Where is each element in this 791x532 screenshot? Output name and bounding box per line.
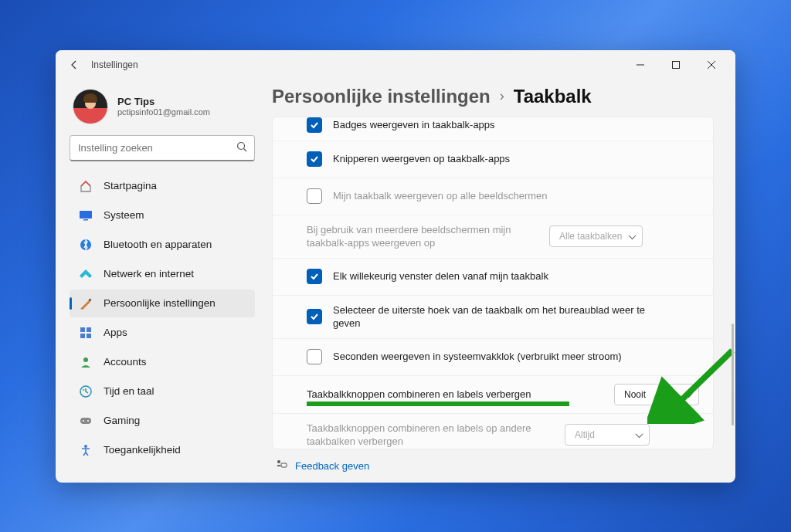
- setting-label: Bij gebruik van meerdere beeldschermen m…: [307, 223, 538, 250]
- settings-window: Instellingen PC Tips pctipsinfo01@gmail.…: [56, 50, 735, 483]
- checkbox-seconds[interactable]: [307, 349, 322, 364]
- sidebar-item-bluetooth[interactable]: Bluetooth en apparaten: [70, 231, 255, 259]
- setting-seconds-clock: Seconden weergeven in systeemvakklok (ve…: [273, 339, 713, 376]
- setting-combine-buttons: Taakbalkknoppen combineren en labels ver…: [273, 376, 713, 414]
- profile-email: pctipsinfo01@gmail.com: [117, 107, 210, 117]
- sidebar-item-time[interactable]: Tijd en taal: [70, 378, 255, 405]
- setting-label: Elk willekeurig venster delen vanaf mijn…: [333, 269, 699, 283]
- accessibility-icon: [79, 443, 93, 457]
- setting-label: Selecteer de uiterste hoek van de taakba…: [333, 303, 665, 330]
- checkbox-share-window[interactable]: [307, 269, 322, 284]
- checkbox-desktop-corner[interactable]: [307, 309, 322, 324]
- feedback-link[interactable]: Feedback geven: [264, 449, 714, 473]
- maximize-icon: [672, 61, 680, 69]
- titlebar: Instellingen: [56, 50, 735, 80]
- svg-rect-11: [87, 334, 91, 338]
- search-input[interactable]: [70, 135, 255, 161]
- dropdown-combine[interactable]: Nooit: [614, 384, 699, 405]
- svg-point-18: [84, 445, 87, 448]
- setting-share-window: Elk willekeurig venster delen vanaf mijn…: [273, 259, 713, 296]
- wifi-icon: [79, 267, 93, 281]
- minimize-button[interactable]: [623, 50, 658, 80]
- setting-all-displays: Mijn taakbalk weergeven op alle beeldsch…: [273, 178, 713, 215]
- svg-point-12: [83, 357, 88, 362]
- setting-label: Badges weergeven in taakbalk-apps: [333, 118, 699, 132]
- setting-label: Taakbalkknoppen combineren en labels op …: [307, 422, 554, 449]
- sidebar: PC Tips pctipsinfo01@gmail.com Startpagi…: [56, 80, 264, 483]
- home-icon: [79, 179, 93, 193]
- svg-point-19: [277, 460, 280, 463]
- bluetooth-icon: [79, 238, 93, 252]
- time-icon: [79, 385, 93, 398]
- svg-point-2: [238, 142, 245, 149]
- close-icon: [708, 61, 715, 69]
- sidebar-item-label: Gaming: [104, 415, 140, 426]
- system-icon: [79, 208, 93, 222]
- sidebar-item-network[interactable]: Netwerk en internet: [70, 260, 255, 288]
- svg-rect-9: [87, 327, 91, 332]
- svg-point-17: [87, 420, 89, 422]
- setting-multi-display-apps: Bij gebruik van meerdere beeldschermen m…: [273, 215, 713, 259]
- checkbox-all-displays[interactable]: [307, 188, 322, 204]
- chevron-right-icon: ›: [500, 88, 504, 104]
- profile[interactable]: PC Tips pctipsinfo01@gmail.com: [70, 86, 255, 135]
- setting-desktop-corner: Selecteer de uiterste hoek van de taakba…: [273, 296, 713, 339]
- checkbox-flashing[interactable]: [307, 151, 322, 167]
- sidebar-item-label: Startpagina: [104, 180, 157, 191]
- highlight-annotation: [307, 402, 569, 406]
- setting-badges: Badges weergeven in taakbalk-apps: [273, 117, 713, 141]
- checkbox-badges[interactable]: [307, 117, 322, 133]
- minimize-icon: [637, 61, 644, 69]
- svg-rect-10: [80, 334, 85, 338]
- setting-label: Mijn taakbalk weergeven op alle beeldsch…: [333, 189, 699, 203]
- setting-flashing: Knipperen weergeven op taakbalk-apps: [273, 141, 713, 178]
- accounts-icon: [79, 355, 93, 369]
- sidebar-item-personalization[interactable]: Persoonlijke instellingen: [70, 290, 255, 317]
- back-button[interactable]: [68, 59, 80, 71]
- settings-list: Badges weergeven in taakbalk-apps Knippe…: [272, 117, 714, 449]
- close-button[interactable]: [694, 50, 729, 80]
- svg-point-14: [83, 388, 85, 391]
- feedback-icon: [275, 459, 287, 473]
- dropdown-multi-display[interactable]: Alle taakbalken: [549, 225, 643, 247]
- sidebar-item-home[interactable]: Startpagina: [70, 172, 255, 200]
- dropdown-combine-other[interactable]: Altijd: [565, 424, 650, 446]
- svg-rect-1: [673, 61, 680, 68]
- profile-name: PC Tips: [117, 96, 210, 107]
- sidebar-item-label: Persoonlijke instellingen: [104, 297, 216, 309]
- setting-label: Seconden weergeven in systeemvakklok (ve…: [333, 350, 699, 364]
- gaming-icon: [79, 414, 93, 428]
- feedback-label: Feedback geven: [295, 460, 369, 472]
- svg-point-16: [83, 420, 84, 422]
- setting-label: Taakbalkknoppen combineren en labels ver…: [307, 388, 603, 402]
- content-area: Persoonlijke instellingen › Taakbalk Bad…: [264, 80, 735, 483]
- sidebar-item-label: Tijd en taal: [104, 385, 154, 397]
- scrollbar[interactable]: [732, 324, 734, 425]
- svg-rect-5: [83, 219, 88, 221]
- avatar: [73, 89, 108, 124]
- sidebar-item-label: Accounts: [104, 356, 147, 368]
- sidebar-item-accessibility[interactable]: Toegankelijkheid: [70, 436, 255, 464]
- sidebar-item-apps[interactable]: Apps: [70, 319, 255, 347]
- sidebar-item-label: Bluetooth en apparaten: [104, 239, 212, 250]
- sidebar-item-label: Apps: [104, 327, 127, 338]
- sidebar-item-label: Toegankelijkheid: [104, 444, 181, 456]
- maximize-button[interactable]: [658, 50, 694, 80]
- arrow-left-icon: [69, 59, 80, 70]
- sidebar-item-system[interactable]: Systeem: [70, 202, 255, 229]
- setting-combine-other: Taakbalkknoppen combineren en labels op …: [273, 414, 713, 449]
- setting-label: Knipperen weergeven op taakbalk-apps: [333, 152, 699, 166]
- breadcrumb: Persoonlijke instellingen › Taakbalk: [264, 86, 714, 117]
- svg-line-3: [244, 148, 247, 151]
- breadcrumb-parent[interactable]: Persoonlijke instellingen: [272, 86, 491, 107]
- sidebar-item-gaming[interactable]: Gaming: [70, 407, 255, 435]
- window-title: Instellingen: [91, 59, 138, 70]
- nav-list: Startpagina Systeem Bluetooth en apparat…: [70, 172, 255, 464]
- sidebar-item-accounts[interactable]: Accounts: [70, 348, 255, 376]
- svg-rect-8: [80, 327, 85, 332]
- search-icon: [236, 141, 247, 155]
- personalize-icon: [79, 296, 93, 310]
- svg-rect-4: [80, 211, 92, 219]
- sidebar-item-label: Systeem: [104, 209, 144, 221]
- apps-icon: [79, 326, 93, 340]
